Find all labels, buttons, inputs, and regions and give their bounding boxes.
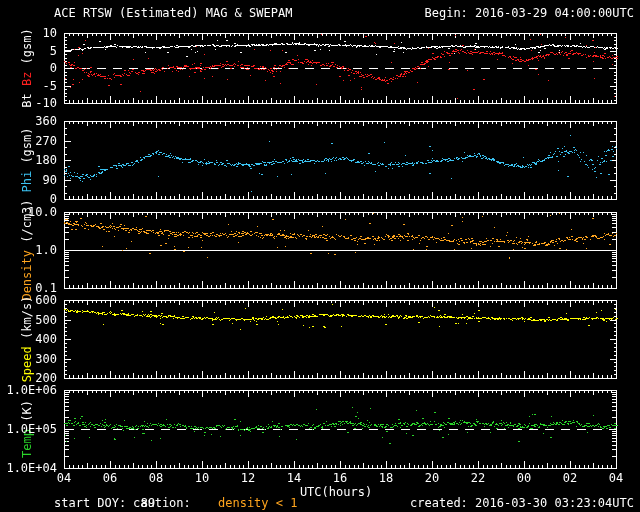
x-tick-label: 04 xyxy=(599,472,633,485)
caution-label: caution: xyxy=(133,497,191,510)
created-timestamp: created: 2016-03-30 03:23:04UTC xyxy=(410,497,634,510)
x-tick-label: 12 xyxy=(231,472,265,485)
x-tick-label: 00 xyxy=(507,472,541,485)
phi-ytick-label: 180 xyxy=(0,154,57,167)
x-tick-label: 18 xyxy=(369,472,403,485)
x-tick-label: 14 xyxy=(277,472,311,485)
speed-ytick-label: 600 xyxy=(0,294,57,307)
temp-ytick-label: 1.0E+05 xyxy=(0,423,57,436)
x-tick-label: 20 xyxy=(415,472,449,485)
page-title: ACE RTSW (Estimated) MAG & SWEPAM xyxy=(54,7,292,20)
phi-ytick-label: 90 xyxy=(0,174,57,187)
axis-title-part: (K) xyxy=(20,400,34,422)
x-tick-label: 04 xyxy=(47,472,81,485)
plot-canvas xyxy=(0,0,640,512)
bt_bz-ytick-label: -5 xyxy=(0,80,57,93)
bt_bz-ytick-label: 0 xyxy=(0,62,57,75)
bt_bz-ytick-label: 10 xyxy=(0,27,57,40)
caution-value: density < 1 xyxy=(218,497,297,510)
speed-ytick-label: 300 xyxy=(0,353,57,366)
speed-ytick-label: 500 xyxy=(0,314,57,327)
density-ytick-label: 1.0 xyxy=(0,244,57,257)
x-tick-label: 06 xyxy=(93,472,127,485)
x-tick-label: 16 xyxy=(323,472,357,485)
bt_bz-ytick-label: 5 xyxy=(0,45,57,58)
x-axis-title: UTC(hours) xyxy=(300,486,372,499)
ace-rtsw-plot: ACE RTSW (Estimated) MAG & SWEPAM Begin:… xyxy=(0,0,640,512)
x-tick-label: 22 xyxy=(461,472,495,485)
x-tick-label: 02 xyxy=(553,472,587,485)
begin-timestamp: Begin: 2016-03-29 04:00:00UTC xyxy=(424,7,634,20)
bt_bz-ytick-label: -10 xyxy=(0,97,57,110)
x-tick-label: 10 xyxy=(185,472,219,485)
speed-ytick-label: 400 xyxy=(0,333,57,346)
density-ytick-label: 10.0 xyxy=(0,206,57,219)
phi-ytick-label: 270 xyxy=(0,135,57,148)
x-tick-label: 08 xyxy=(139,472,173,485)
temp-ytick-label: 1.0E+06 xyxy=(0,384,57,397)
phi-ytick-label: 360 xyxy=(0,115,57,128)
